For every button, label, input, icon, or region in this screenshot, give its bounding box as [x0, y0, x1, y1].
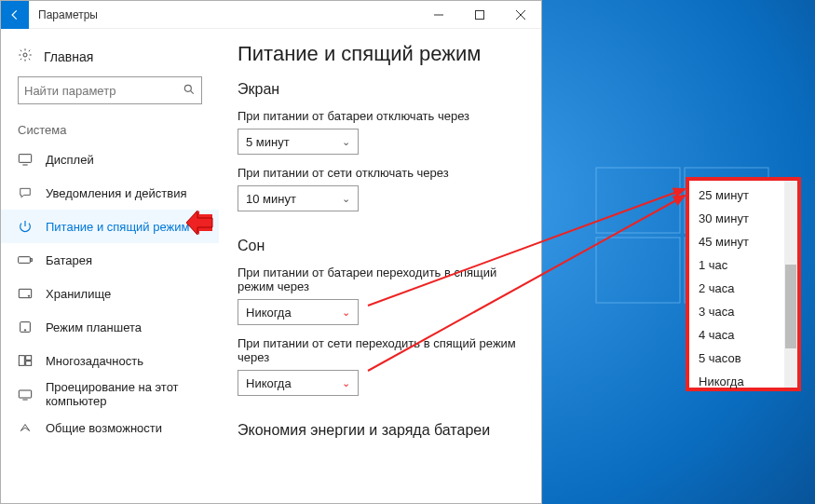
sidebar-item-power[interactable]: Питание и спящий режим	[1, 210, 219, 243]
sleep-ac-label: При питании от сети переходить в спящий …	[238, 336, 523, 364]
sidebar: Главная Система Дисплей Уведомления	[1, 29, 219, 503]
sleep-ac-select[interactable]: Никогда ⌄	[238, 370, 359, 396]
search-input[interactable]	[24, 84, 183, 98]
svg-point-9	[184, 85, 191, 91]
screen-battery-select[interactable]: 5 минут ⌄	[238, 129, 359, 155]
svg-rect-14	[31, 259, 32, 262]
dropdown-option[interactable]: 1 час	[689, 253, 784, 277]
dropdown-scrollbar[interactable]	[784, 181, 797, 388]
sidebar-item-projecting[interactable]: Проецирование на этот компьютер	[1, 377, 219, 411]
dropdown-option[interactable]: Никогда	[689, 370, 784, 393]
sleep-battery-select[interactable]: Никогда ⌄	[238, 299, 359, 325]
svg-rect-19	[19, 356, 24, 366]
search-input-wrap[interactable]	[18, 76, 202, 104]
dropdown-option[interactable]: 4 часа	[689, 323, 784, 347]
svg-point-16	[28, 295, 29, 296]
tablet-icon	[18, 320, 33, 334]
dropdown-option[interactable]: 25 минут	[689, 184, 784, 207]
section-sleep-heading: Сон	[238, 238, 523, 254]
sidebar-item-notifications[interactable]: Уведомления и действия	[1, 176, 219, 210]
sidebar-item-label: Режим планшета	[46, 320, 142, 334]
svg-rect-5	[476, 10, 484, 19]
screen-ac-label: При питании от сети отключать через	[238, 166, 523, 180]
select-value: 5 минут	[246, 135, 290, 149]
section-screen-heading: Экран	[238, 81, 523, 98]
svg-rect-20	[26, 356, 32, 361]
titlebar: Параметры	[1, 1, 541, 29]
gear-icon	[18, 48, 33, 65]
svg-line-10	[190, 90, 193, 93]
section-energy-heading: Экономия энергии и заряда батареи	[238, 422, 523, 439]
chevron-down-icon: ⌄	[342, 136, 350, 148]
projecting-icon	[18, 388, 33, 401]
time-dropdown[interactable]: 25 минут 30 минут 45 минут 1 час 2 часа …	[686, 177, 801, 391]
sidebar-item-label: Уведомления и действия	[46, 186, 187, 200]
sidebar-item-label: Дисплей	[46, 153, 94, 167]
sidebar-item-shared[interactable]: Общие возможности	[1, 411, 219, 444]
power-icon	[18, 219, 33, 234]
page-title: Питание и спящий режим	[238, 42, 523, 66]
back-button[interactable]	[1, 1, 29, 29]
sidebar-category: Система	[1, 117, 219, 143]
sidebar-item-label: Хранилище	[46, 287, 111, 301]
chevron-down-icon: ⌄	[342, 193, 350, 205]
multitask-icon	[18, 354, 33, 367]
settings-window: Параметры Главная	[0, 0, 542, 504]
svg-rect-22	[19, 390, 31, 398]
shared-icon	[18, 421, 33, 434]
sidebar-item-label: Многозадачность	[46, 354, 143, 368]
svg-point-18	[24, 330, 25, 331]
main-content: Питание и спящий режим Экран При питании…	[219, 29, 541, 503]
select-value: Никогда	[246, 376, 292, 390]
sidebar-item-label: Батарея	[46, 253, 92, 267]
close-button[interactable]	[500, 1, 541, 29]
select-value: Никогда	[246, 306, 292, 320]
display-icon	[18, 153, 33, 166]
dropdown-option[interactable]: 30 минут	[689, 207, 784, 230]
search-icon	[183, 83, 196, 99]
svg-rect-13	[19, 257, 31, 264]
sidebar-item-display[interactable]: Дисплей	[1, 143, 219, 176]
sidebar-item-tablet[interactable]: Режим планшета	[1, 310, 219, 344]
sidebar-item-multitask[interactable]: Многозадачность	[1, 344, 219, 377]
screen-battery-label: При питании от батареи отключать через	[238, 109, 523, 123]
dropdown-option[interactable]: 3 часа	[689, 300, 784, 323]
window-title: Параметры	[38, 8, 418, 21]
dropdown-option[interactable]: 5 часов	[689, 347, 784, 370]
minimize-button[interactable]	[418, 1, 459, 29]
scrollbar-thumb[interactable]	[785, 265, 796, 348]
dropdown-option[interactable]: 45 минут	[689, 230, 784, 253]
screen-ac-select[interactable]: 10 минут ⌄	[238, 185, 359, 211]
svg-rect-11	[19, 155, 31, 163]
sleep-battery-label: При питании от батареи переходить в спящ…	[238, 266, 523, 293]
sidebar-home[interactable]: Главная	[1, 42, 219, 76]
dropdown-option[interactable]: 2 часа	[689, 277, 784, 300]
chevron-down-icon: ⌄	[342, 377, 350, 389]
sidebar-item-label: Проецирование на этот компьютер	[46, 380, 202, 408]
sidebar-item-battery[interactable]: Батарея	[1, 243, 219, 277]
sidebar-item-storage[interactable]: Хранилище	[1, 277, 219, 310]
svg-rect-0	[596, 168, 680, 233]
storage-icon	[18, 287, 33, 300]
battery-icon	[18, 254, 33, 266]
svg-point-8	[23, 53, 27, 57]
select-value: 10 минут	[246, 192, 296, 206]
svg-rect-21	[26, 361, 32, 366]
message-icon	[18, 186, 33, 199]
sidebar-home-label: Главная	[44, 49, 93, 64]
chevron-down-icon: ⌄	[342, 306, 350, 319]
sidebar-item-label: Питание и спящий режим	[46, 220, 189, 234]
maximize-button[interactable]	[459, 1, 500, 29]
svg-rect-2	[596, 238, 680, 303]
sidebar-item-label: Общие возможности	[46, 421, 162, 435]
